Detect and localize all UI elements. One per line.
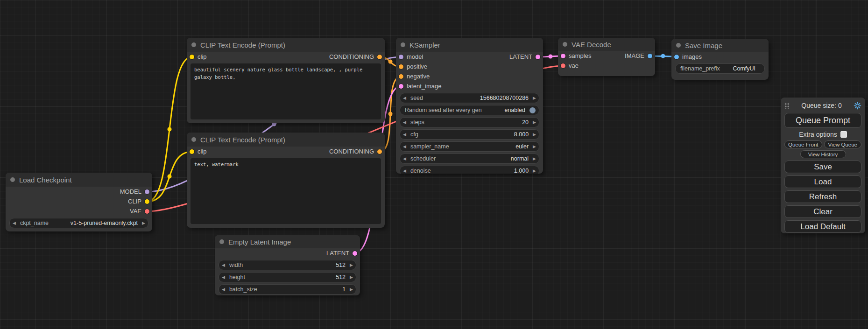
decrement-arrow-icon[interactable]: ◀ xyxy=(222,287,225,292)
refresh-button[interactable]: Refresh xyxy=(784,190,861,203)
node-ksampler[interactable]: KSampler model LATENT positive negative … xyxy=(396,38,543,174)
view-history-button[interactable]: View History xyxy=(800,150,846,158)
input-slot-vae[interactable]: vae xyxy=(561,62,579,69)
output-slot-vae[interactable]: VAE xyxy=(130,208,149,215)
vae-input-dot[interactable] xyxy=(561,63,565,68)
increment-arrow-icon[interactable]: ▶ xyxy=(533,96,536,100)
increment-arrow-icon[interactable]: ▶ xyxy=(533,169,536,173)
model-input-dot[interactable] xyxy=(399,55,403,59)
node-header[interactable]: VAE Decode xyxy=(558,38,655,51)
widget-ckpt-name[interactable]: ◀ ckpt_name v1-5-pruned-emaonly.ckpt ▶ xyxy=(9,218,148,228)
decrement-arrow-icon[interactable]: ◀ xyxy=(403,133,406,137)
increment-arrow-icon[interactable]: ▶ xyxy=(350,263,353,267)
view-queue-button[interactable]: View Queue xyxy=(824,140,862,148)
collapse-dot[interactable] xyxy=(191,42,196,47)
node-load-checkpoint[interactable]: Load Checkpoint MODEL CLIP VAE ◀ ckpt_na… xyxy=(6,173,152,231)
model-output-dot[interactable] xyxy=(145,189,149,194)
negative-prompt-textarea[interactable]: text, watermark xyxy=(191,158,381,224)
widget-filename-prefix[interactable]: filename_prefix ComfyUI xyxy=(675,63,765,74)
positive-prompt-textarea[interactable]: beautiful scenery nature glass bottle la… xyxy=(191,63,381,119)
queue-front-button[interactable]: Queue Front xyxy=(784,140,822,148)
input-slot-model[interactable]: model xyxy=(399,53,423,60)
increment-arrow-icon[interactable]: ▶ xyxy=(533,145,536,149)
input-slot-clip[interactable]: clip xyxy=(190,53,207,60)
toggle-knob-icon[interactable] xyxy=(529,107,536,113)
collapse-dot[interactable] xyxy=(563,42,567,47)
collapse-dot[interactable] xyxy=(676,43,681,48)
collapse-dot[interactable] xyxy=(401,42,405,47)
increment-arrow-icon[interactable]: ▶ xyxy=(350,275,353,280)
input-slot-positive[interactable]: positive xyxy=(399,63,427,70)
widget-width[interactable]: ◀ width 512 ▶ xyxy=(219,260,356,270)
widget-height[interactable]: ◀ height 512 ▶ xyxy=(219,272,356,282)
latent-output-dot[interactable] xyxy=(536,55,540,59)
node-header[interactable]: CLIP Text Encode (Prompt) xyxy=(187,38,385,52)
node-header[interactable]: KSampler xyxy=(396,38,543,52)
negative-input-dot[interactable] xyxy=(399,74,403,79)
conditioning-output-dot[interactable] xyxy=(377,55,382,59)
output-slot-model[interactable]: MODEL xyxy=(120,188,149,195)
node-header[interactable]: CLIP Text Encode (Prompt) xyxy=(187,133,385,147)
output-slot-conditioning[interactable]: CONDITIONING xyxy=(329,148,382,155)
decrement-arrow-icon[interactable]: ◀ xyxy=(403,145,406,149)
input-slot-images[interactable]: images xyxy=(674,53,702,60)
node-vae-decode[interactable]: VAE Decode samples IMAGE vae xyxy=(558,38,655,76)
input-slot-latent-image[interactable]: latent_image xyxy=(399,83,441,90)
increment-arrow-icon[interactable]: ▶ xyxy=(533,157,536,161)
node-clip-text-encode-positive[interactable]: CLIP Text Encode (Prompt) clip CONDITION… xyxy=(187,38,385,123)
widget-denoise[interactable]: ◀ denoise 1.000 ▶ xyxy=(400,166,539,174)
widget-cfg[interactable]: ◀ cfg 8.000 ▶ xyxy=(400,129,539,140)
collapse-dot[interactable] xyxy=(10,177,15,182)
node-save-image[interactable]: Save Image images filename_prefix ComfyU… xyxy=(671,39,769,80)
widget-steps[interactable]: ◀ steps 20 ▶ xyxy=(400,117,539,127)
widget-batch-size[interactable]: ◀ batch_size 1 ▶ xyxy=(219,284,356,294)
collapse-dot[interactable] xyxy=(191,137,196,142)
node-empty-latent-image[interactable]: Empty Latent Image LATENT ◀ width 512 ▶ … xyxy=(215,235,360,295)
decrement-arrow-icon[interactable]: ◀ xyxy=(403,96,406,100)
input-slot-clip[interactable]: clip xyxy=(190,148,207,155)
increment-arrow-icon[interactable]: ▶ xyxy=(142,221,145,225)
widget-scheduler[interactable]: ◀ scheduler normal ▶ xyxy=(400,154,539,164)
output-slot-conditioning[interactable]: CONDITIONING xyxy=(329,53,382,60)
node-header[interactable]: Load Checkpoint xyxy=(6,173,152,187)
output-slot-latent[interactable]: LATENT xyxy=(326,250,357,257)
node-clip-text-encode-negative[interactable]: CLIP Text Encode (Prompt) clip CONDITION… xyxy=(187,133,385,228)
increment-arrow-icon[interactable]: ▶ xyxy=(350,287,353,292)
decrement-arrow-icon[interactable]: ◀ xyxy=(222,275,225,280)
positive-input-dot[interactable] xyxy=(399,64,403,69)
increment-arrow-icon[interactable]: ▶ xyxy=(533,120,536,125)
input-slot-negative[interactable]: negative xyxy=(399,73,430,80)
comfy-menu-panel[interactable]: Queue size: 0 Queue Prompt Extra options… xyxy=(781,98,865,233)
decrement-arrow-icon[interactable]: ◀ xyxy=(403,120,406,125)
samples-input-dot[interactable] xyxy=(561,54,565,58)
output-slot-clip[interactable]: CLIP xyxy=(128,198,149,205)
save-button[interactable]: Save xyxy=(784,161,861,173)
vae-output-dot[interactable] xyxy=(145,209,149,214)
widget-seed[interactable]: ◀ seed 156680208700286 ▶ xyxy=(400,93,539,103)
node-header[interactable]: Empty Latent Image xyxy=(215,235,360,248)
comfyui-canvas[interactable]: { "icons": { "decrement": "◀", "incremen… xyxy=(0,0,868,329)
clip-input-dot[interactable] xyxy=(190,149,194,154)
extra-options-checkbox[interactable] xyxy=(840,131,847,138)
load-default-button[interactable]: Load Default xyxy=(784,220,861,233)
decrement-arrow-icon[interactable]: ◀ xyxy=(403,169,406,173)
decrement-arrow-icon[interactable]: ◀ xyxy=(403,157,406,161)
latent-output-dot[interactable] xyxy=(353,251,357,256)
decrement-arrow-icon[interactable]: ◀ xyxy=(13,221,16,225)
widget-random-seed-toggle[interactable]: Random seed after every gen enabled xyxy=(400,105,539,115)
output-slot-image[interactable]: IMAGE xyxy=(625,52,652,59)
collapse-dot[interactable] xyxy=(219,239,224,244)
latent-image-input-dot[interactable] xyxy=(399,84,403,89)
settings-gear-icon[interactable] xyxy=(854,102,861,110)
drag-handle-icon[interactable] xyxy=(784,102,790,109)
queue-prompt-button[interactable]: Queue Prompt xyxy=(784,113,861,128)
widget-sampler-name[interactable]: ◀ sampler_name euler ▶ xyxy=(400,141,539,152)
input-slot-samples[interactable]: samples xyxy=(561,52,591,59)
increment-arrow-icon[interactable]: ▶ xyxy=(533,133,536,137)
image-output-dot[interactable] xyxy=(648,54,652,58)
clip-input-dot[interactable] xyxy=(190,55,194,59)
decrement-arrow-icon[interactable]: ◀ xyxy=(222,263,225,267)
node-header[interactable]: Save Image xyxy=(671,39,769,52)
clip-output-dot[interactable] xyxy=(145,199,149,204)
images-input-dot[interactable] xyxy=(674,55,679,59)
